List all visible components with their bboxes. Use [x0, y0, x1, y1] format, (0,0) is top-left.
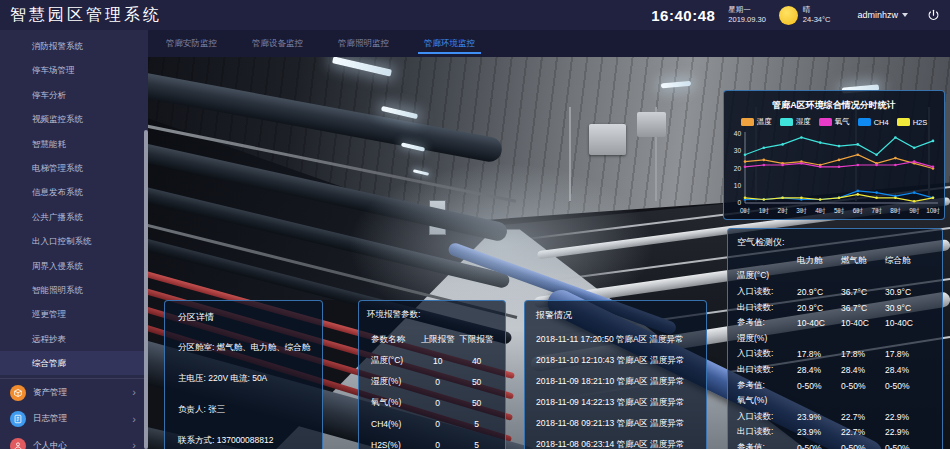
air-row-label: 参考值:: [737, 380, 797, 392]
air-value-cell: 28.4%: [885, 365, 929, 375]
sidebar-group[interactable]: 日志管理›: [0, 406, 148, 433]
sidebar-item[interactable]: 出入口控制系统: [0, 229, 148, 253]
air-value-cell: 28.4%: [797, 365, 841, 375]
legend-swatch: [819, 118, 832, 126]
air-header-row: 电力舱燃气舱综合舱: [737, 253, 933, 269]
user-menu[interactable]: adminhzw: [857, 10, 908, 20]
legend-item: H2S: [897, 118, 928, 127]
tab[interactable]: 管廊安防监控: [157, 30, 226, 57]
env-chart-panel: 管廊A区环境综合情况分时统计 温度湿度氧气CH4H2S 0102030400时1…: [723, 90, 945, 220]
svg-text:8时: 8时: [890, 207, 901, 214]
params-cell: 50: [456, 398, 497, 408]
zone-detail-row: 联系方式: 137000088812: [178, 435, 309, 447]
params-cell: 5: [456, 419, 497, 429]
air-value-cell: 20.9°C: [797, 287, 841, 297]
legend-item: 湿度: [780, 117, 811, 127]
tab[interactable]: 管廊照明监控: [329, 30, 398, 57]
sidebar-group[interactable]: 资产管理›: [0, 379, 148, 406]
date-label: 2019.09.30: [728, 15, 766, 25]
sidebar-nav: 消防报警系统停车场管理停车分析视频监控系统智慧能耗电梯管理系统信息发布系统公共广…: [0, 30, 148, 375]
air-panel-title: 空气检测仪:: [737, 236, 933, 249]
sidebar-item[interactable]: 视频监控系统: [0, 107, 148, 131]
sidebar-group-label: 日志管理: [33, 413, 132, 425]
svg-text:10: 10: [734, 182, 742, 189]
air-column-header: 综合舱: [885, 255, 929, 267]
tab-bar: 管廊安防监控管廊设备监控管廊照明监控管廊环境监控: [148, 30, 950, 57]
legend-item: 温度: [741, 117, 772, 127]
air-value-cell: 22.7%: [841, 427, 885, 437]
svg-text:30: 30: [734, 147, 742, 154]
air-data-row: 参考值:0-50%0-50%0-50%: [737, 378, 933, 394]
power-button[interactable]: [927, 9, 940, 22]
svg-text:1时: 1时: [759, 207, 770, 214]
air-value-cell: 22.7%: [841, 412, 885, 422]
air-value-cell: 20.9°C: [797, 303, 841, 313]
legend-swatch: [897, 118, 910, 126]
sidebar-item[interactable]: 停车分析: [0, 83, 148, 107]
sidebar-item[interactable]: 远程抄表: [0, 327, 148, 351]
air-value-cell: 30.9°C: [885, 303, 929, 313]
params-cell: 0: [419, 440, 456, 449]
chevron-right-icon: ›: [132, 440, 136, 449]
alarm-params-panel: 环境报警参数: 参数名称上限报警下限报警温度(°C)1040湿度(%)050氧气…: [358, 300, 506, 449]
alarm-list-panel: 报警情况 2018-11-11 17:20:50 管廊A区 温度异常2018-1…: [524, 300, 707, 449]
air-value-cell: 0-50%: [885, 381, 929, 391]
air-data-row: 参考值:0-50%0-50%0-50%: [737, 440, 933, 449]
asset-icon: [10, 385, 26, 401]
params-header-cell: 下限报警: [456, 334, 497, 346]
sidebar-item[interactable]: 消防报警系统: [0, 34, 148, 58]
air-value-cell: 30.9°C: [885, 287, 929, 297]
alarm-list-item: 2018-11-11 17:20:50 管廊A区 温度异常: [536, 329, 695, 350]
sidebar-item[interactable]: 公共广播系统: [0, 205, 148, 229]
sidebar-item[interactable]: 电梯管理系统: [0, 156, 148, 180]
sidebar-item[interactable]: 周界入侵系统: [0, 254, 148, 278]
sidebar-group[interactable]: 个人中心›: [0, 432, 148, 449]
air-row-label: 出口读数:: [737, 426, 797, 438]
air-value-cell: 10-40C: [885, 318, 929, 328]
temp-range-label: 24-34°C: [803, 15, 831, 25]
air-row-label: 参考值:: [737, 442, 797, 449]
header-right: 16:40:48 星期一 2019.09.30 晴 24-34°C adminh…: [651, 0, 940, 30]
params-row: 温度(°C)1040: [367, 350, 497, 371]
env-line-chart: 0102030400时1时2时3时4时5时6时7时8时9时10时: [728, 129, 940, 217]
sidebar-item[interactable]: 信息发布系统: [0, 180, 148, 204]
sidebar-item[interactable]: 综合管廊: [0, 351, 148, 375]
sidebar-item[interactable]: 停车场管理: [0, 58, 148, 82]
air-detector-panel: 空气检测仪: 电力舱燃气舱综合舱温度(°C)入口读数:20.9°C36.7°C3…: [727, 228, 943, 449]
sidebar-item[interactable]: 智慧能耗: [0, 132, 148, 156]
air-value-cell: 0-50%: [797, 443, 841, 449]
user-icon: [10, 438, 26, 449]
sidebar-item[interactable]: 智能照明系统: [0, 278, 148, 302]
params-panel-title: 环境报警参数:: [367, 309, 497, 321]
params-cell: 50: [456, 377, 497, 387]
svg-text:0时: 0时: [740, 207, 751, 214]
svg-text:40: 40: [734, 130, 742, 137]
air-section-title: 温度(°C): [737, 269, 933, 285]
legend-label: 湿度: [796, 117, 811, 127]
air-row-label: 入口读数:: [737, 348, 797, 360]
params-cell: 0: [419, 398, 456, 408]
svg-text:5时: 5时: [834, 207, 845, 214]
alarm-panel-title: 报警情况: [536, 309, 695, 322]
sidebar-item[interactable]: 巡更管理: [0, 302, 148, 326]
main-area: 管廊安防监控管廊设备监控管廊照明监控管廊环境监控: [148, 30, 950, 449]
alarm-list-item: 2018-11-09 18:21:10 管廊A区 温度异常: [536, 371, 695, 392]
air-value-cell: 23.9%: [797, 427, 841, 437]
weather-widget: 晴 24-34°C: [779, 5, 831, 25]
clock: 16:40:48: [651, 7, 715, 24]
sidebar: 消防报警系统停车场管理停车分析视频监控系统智慧能耗电梯管理系统信息发布系统公共广…: [0, 30, 148, 449]
tab[interactable]: 管廊设备监控: [243, 30, 312, 57]
svg-text:6时: 6时: [853, 207, 864, 214]
zone-detail-row: 分区舱室: 燃气舱、电力舱、综合舱: [178, 342, 309, 354]
params-cell: H2S(%): [367, 440, 419, 449]
chevron-right-icon: ›: [132, 414, 136, 425]
svg-text:3时: 3时: [796, 207, 807, 214]
sidebar-scrollbar[interactable]: [144, 130, 148, 449]
alarm-list-item: 2018-11-08 09:21:13 管廊A区 温度异常: [536, 413, 695, 434]
params-row: 湿度(%)050: [367, 371, 497, 392]
sidebar-group-label: 资产管理: [33, 387, 132, 399]
zone-detail-panel: 分区详情 分区舱室: 燃气舱、电力舱、综合舱主电压: 220V 电流: 50A负…: [164, 300, 323, 449]
air-data-row: 入口读数:20.9°C36.7°C30.9°C: [737, 284, 933, 300]
air-value-cell: 23.9%: [797, 412, 841, 422]
tab[interactable]: 管廊环境监控: [415, 30, 484, 57]
